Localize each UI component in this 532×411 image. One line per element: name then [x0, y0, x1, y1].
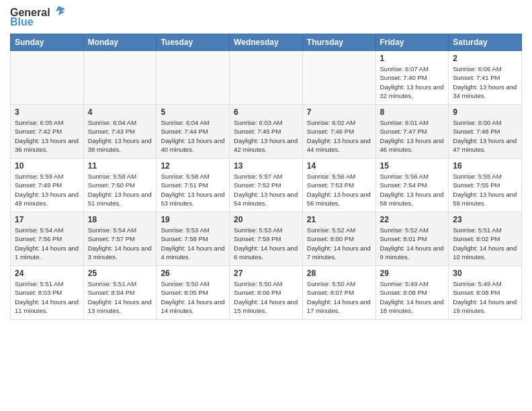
- day-number: 29: [380, 269, 445, 278]
- day-cell-21: 21Sunrise: 5:52 AMSunset: 8:00 PMDayligh…: [302, 212, 375, 266]
- weekday-header-row: SundayMondayTuesdayWednesdayThursdayFrid…: [11, 34, 522, 51]
- day-info: Sunrise: 5:51 AMSunset: 8:04 PMDaylight:…: [88, 279, 152, 315]
- weekday-header-wednesday: Wednesday: [230, 34, 303, 51]
- weekday-header-friday: Friday: [375, 34, 449, 51]
- day-cell-29: 29Sunrise: 5:49 AMSunset: 8:08 PMDayligh…: [375, 266, 449, 320]
- day-info: Sunrise: 5:51 AMSunset: 8:02 PMDaylight:…: [453, 226, 517, 261]
- day-info: Sunrise: 5:50 AMSunset: 8:06 PMDaylight:…: [234, 279, 298, 315]
- day-info: Sunrise: 5:49 AMSunset: 8:08 PMDaylight:…: [453, 279, 517, 315]
- page-header: General Blue: [10, 7, 522, 28]
- day-number: 26: [161, 269, 225, 278]
- day-number: 25: [88, 269, 152, 278]
- day-cell-11: 11Sunrise: 5:58 AMSunset: 7:50 PMDayligh…: [83, 158, 157, 212]
- day-cell-8: 8Sunrise: 6:01 AMSunset: 7:47 PMDaylight…: [375, 105, 449, 158]
- weekday-header-sunday: Sunday: [11, 34, 84, 51]
- logo-bird-icon: [52, 5, 65, 18]
- day-cell-6: 6Sunrise: 6:03 AMSunset: 7:45 PMDaylight…: [230, 105, 303, 158]
- week-row-1: 1Sunrise: 6:07 AMSunset: 7:40 PMDaylight…: [11, 51, 522, 105]
- week-row-3: 10Sunrise: 5:59 AMSunset: 7:49 PMDayligh…: [11, 158, 522, 212]
- day-info: Sunrise: 5:52 AMSunset: 8:01 PMDaylight:…: [380, 226, 445, 261]
- day-cell-2: 2Sunrise: 6:06 AMSunset: 7:41 PMDaylight…: [449, 51, 522, 105]
- weekday-header-saturday: Saturday: [449, 34, 522, 51]
- day-info: Sunrise: 5:55 AMSunset: 7:55 PMDaylight:…: [453, 172, 517, 208]
- day-number: 12: [161, 161, 225, 171]
- day-cell-7: 7Sunrise: 6:02 AMSunset: 7:46 PMDaylight…: [302, 105, 375, 158]
- day-cell-10: 10Sunrise: 5:59 AMSunset: 7:49 PMDayligh…: [11, 158, 84, 212]
- day-info: Sunrise: 5:58 AMSunset: 7:51 PMDaylight:…: [161, 172, 225, 208]
- logo: General Blue: [10, 7, 65, 28]
- day-number: 30: [453, 269, 517, 278]
- day-cell-15: 15Sunrise: 5:56 AMSunset: 7:54 PMDayligh…: [375, 158, 449, 212]
- day-number: 27: [234, 269, 298, 278]
- day-cell-26: 26Sunrise: 5:50 AMSunset: 8:05 PMDayligh…: [157, 266, 230, 320]
- day-info: Sunrise: 5:50 AMSunset: 8:05 PMDaylight:…: [161, 279, 225, 315]
- day-cell-17: 17Sunrise: 5:54 AMSunset: 7:56 PMDayligh…: [11, 212, 84, 266]
- calendar-table: SundayMondayTuesdayWednesdayThursdayFrid…: [10, 34, 522, 320]
- day-cell-25: 25Sunrise: 5:51 AMSunset: 8:04 PMDayligh…: [83, 266, 157, 320]
- day-info: Sunrise: 5:50 AMSunset: 8:07 PMDaylight:…: [307, 279, 371, 315]
- day-cell-9: 9Sunrise: 6:00 AMSunset: 7:48 PMDaylight…: [449, 105, 522, 158]
- logo-blue: Blue: [10, 16, 34, 28]
- day-cell-4: 4Sunrise: 6:04 AMSunset: 7:43 PMDaylight…: [83, 105, 157, 158]
- day-number: 11: [88, 161, 152, 171]
- day-number: 7: [307, 107, 371, 117]
- day-info: Sunrise: 6:00 AMSunset: 7:48 PMDaylight:…: [453, 118, 517, 154]
- empty-cell: [11, 51, 84, 105]
- weekday-header-thursday: Thursday: [302, 34, 375, 51]
- day-number: 6: [234, 107, 298, 117]
- day-cell-14: 14Sunrise: 5:56 AMSunset: 7:53 PMDayligh…: [302, 158, 375, 212]
- day-info: Sunrise: 5:54 AMSunset: 7:56 PMDaylight:…: [15, 226, 79, 261]
- day-cell-16: 16Sunrise: 5:55 AMSunset: 7:55 PMDayligh…: [449, 158, 522, 212]
- day-number: 8: [380, 107, 445, 117]
- day-number: 22: [380, 215, 445, 224]
- day-number: 23: [453, 215, 517, 224]
- day-info: Sunrise: 5:57 AMSunset: 7:52 PMDaylight:…: [234, 172, 298, 208]
- day-number: 2: [453, 54, 517, 63]
- day-cell-5: 5Sunrise: 6:04 AMSunset: 7:44 PMDaylight…: [157, 105, 230, 158]
- week-row-2: 3Sunrise: 6:05 AMSunset: 7:42 PMDaylight…: [11, 105, 522, 158]
- empty-cell: [83, 51, 157, 105]
- day-info: Sunrise: 5:51 AMSunset: 8:03 PMDaylight:…: [15, 279, 79, 315]
- day-number: 3: [15, 107, 79, 117]
- day-info: Sunrise: 5:49 AMSunset: 8:08 PMDaylight:…: [380, 279, 445, 315]
- day-info: Sunrise: 6:05 AMSunset: 7:42 PMDaylight:…: [15, 118, 79, 154]
- day-info: Sunrise: 6:04 AMSunset: 7:43 PMDaylight:…: [88, 118, 152, 154]
- day-number: 17: [15, 215, 79, 224]
- day-number: 20: [234, 215, 298, 224]
- day-info: Sunrise: 5:58 AMSunset: 7:50 PMDaylight:…: [88, 172, 152, 208]
- day-number: 19: [161, 215, 225, 224]
- day-info: Sunrise: 6:01 AMSunset: 7:47 PMDaylight:…: [380, 118, 445, 154]
- day-cell-1: 1Sunrise: 6:07 AMSunset: 7:40 PMDaylight…: [375, 51, 449, 105]
- day-cell-24: 24Sunrise: 5:51 AMSunset: 8:03 PMDayligh…: [11, 266, 84, 320]
- day-number: 4: [88, 107, 152, 117]
- day-number: 13: [234, 161, 298, 171]
- day-info: Sunrise: 6:04 AMSunset: 7:44 PMDaylight:…: [161, 118, 225, 154]
- day-cell-20: 20Sunrise: 5:53 AMSunset: 7:59 PMDayligh…: [230, 212, 303, 266]
- empty-cell: [302, 51, 375, 105]
- day-info: Sunrise: 5:56 AMSunset: 7:53 PMDaylight:…: [307, 172, 371, 208]
- day-info: Sunrise: 6:06 AMSunset: 7:41 PMDaylight:…: [453, 64, 517, 100]
- day-number: 18: [88, 215, 152, 224]
- day-number: 15: [380, 161, 445, 171]
- day-info: Sunrise: 6:07 AMSunset: 7:40 PMDaylight:…: [380, 64, 445, 100]
- day-cell-30: 30Sunrise: 5:49 AMSunset: 8:08 PMDayligh…: [449, 266, 522, 320]
- day-cell-13: 13Sunrise: 5:57 AMSunset: 7:52 PMDayligh…: [230, 158, 303, 212]
- empty-cell: [230, 51, 303, 105]
- week-row-4: 17Sunrise: 5:54 AMSunset: 7:56 PMDayligh…: [11, 212, 522, 266]
- day-number: 9: [453, 107, 517, 117]
- weekday-header-tuesday: Tuesday: [157, 34, 230, 51]
- day-cell-23: 23Sunrise: 5:51 AMSunset: 8:02 PMDayligh…: [449, 212, 522, 266]
- day-info: Sunrise: 5:59 AMSunset: 7:49 PMDaylight:…: [15, 172, 79, 208]
- day-info: Sunrise: 5:54 AMSunset: 7:57 PMDaylight:…: [88, 226, 152, 261]
- day-cell-18: 18Sunrise: 5:54 AMSunset: 7:57 PMDayligh…: [83, 212, 157, 266]
- day-info: Sunrise: 6:02 AMSunset: 7:46 PMDaylight:…: [307, 118, 371, 154]
- week-row-5: 24Sunrise: 5:51 AMSunset: 8:03 PMDayligh…: [11, 266, 522, 320]
- day-number: 5: [161, 107, 225, 117]
- day-number: 28: [307, 269, 371, 278]
- day-number: 24: [15, 269, 79, 278]
- day-info: Sunrise: 6:03 AMSunset: 7:45 PMDaylight:…: [234, 118, 298, 154]
- day-cell-28: 28Sunrise: 5:50 AMSunset: 8:07 PMDayligh…: [302, 266, 375, 320]
- day-number: 16: [453, 161, 517, 171]
- day-cell-27: 27Sunrise: 5:50 AMSunset: 8:06 PMDayligh…: [230, 266, 303, 320]
- day-number: 1: [380, 54, 445, 63]
